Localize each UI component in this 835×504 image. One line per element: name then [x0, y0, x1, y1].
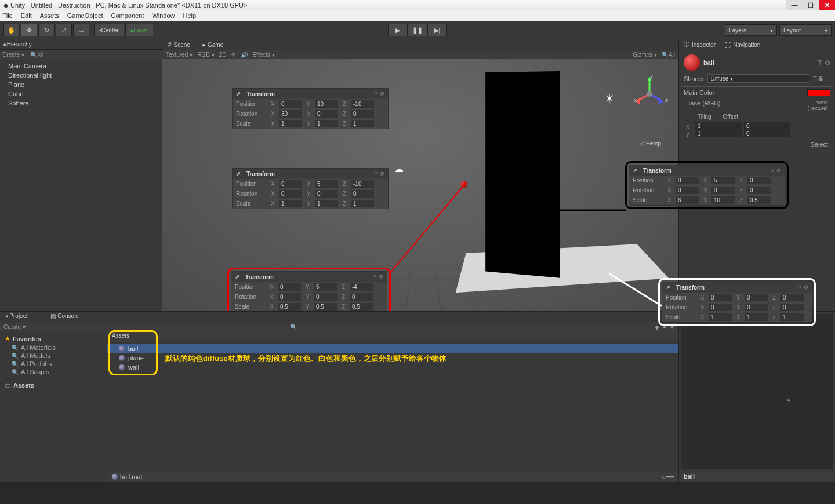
project-create-dropdown[interactable]: Create ▾	[3, 324, 26, 330]
game-tab[interactable]: ● Game	[196, 41, 229, 49]
gear-icon[interactable]: ⚙	[380, 171, 384, 177]
edit-button[interactable]: Edit…	[813, 75, 830, 82]
draw-mode-dropdown[interactable]: Textured ▾	[166, 52, 193, 58]
axis-y-label: y	[651, 73, 654, 79]
hierarchy-item[interactable]: Directional light	[0, 71, 162, 80]
hierarchy-item[interactable]: Plane	[0, 80, 162, 89]
help-icon[interactable]: ?	[375, 171, 377, 177]
window-title-bar: ◆ Unity - Untitled - Destruction - PC, M…	[0, 0, 835, 10]
step-button[interactable]: ▶|	[427, 24, 447, 36]
assets-folder[interactable]: 🗀Assets	[2, 381, 104, 390]
project-tab[interactable]: ▪ Project	[0, 312, 33, 322]
inspector-tab[interactable]: ⓘ Inspector	[679, 39, 720, 50]
favorite-item[interactable]: 🔍All Scripts	[2, 368, 104, 376]
lighting-toggle-icon[interactable]: ☀	[231, 52, 236, 58]
menu-component[interactable]: Component	[111, 12, 144, 19]
annotation-line-black	[551, 209, 626, 212]
folder-icon: 🗀	[5, 382, 11, 389]
tiling-header: Tiling	[698, 114, 711, 120]
2d-toggle[interactable]: 2D	[219, 52, 227, 58]
scene-search-input[interactable]: 🔍All	[662, 52, 675, 58]
hierarchy-create-dropdown[interactable]: Create ▾	[2, 52, 24, 58]
shader-dropdown[interactable]: Diffuse ▾	[707, 74, 809, 83]
favorite-item[interactable]: 🔍All Prefabs	[2, 360, 104, 368]
orientation-gizmo[interactable]	[632, 76, 667, 111]
hierarchy-item[interactable]: Cube	[0, 89, 162, 98]
asset-item[interactable]: ball	[107, 344, 678, 353]
menu-assets[interactable]: Assets	[40, 12, 59, 19]
favorites-header[interactable]: ★Favorites	[2, 334, 104, 344]
rect-tool-button[interactable]: ▭	[73, 24, 89, 36]
search-icon: 🔍	[12, 361, 19, 367]
axis-x-label: x	[634, 97, 637, 103]
gear-icon[interactable]: ⚙	[825, 59, 830, 67]
hierarchy-item[interactable]: Main Camera	[0, 61, 162, 71]
scene-tab[interactable]: # Scene	[162, 41, 196, 49]
offset-y-input[interactable]	[744, 130, 790, 137]
console-tab[interactable]: ▤ Console	[45, 312, 84, 322]
base-rgb-label: Base (RGB)	[686, 100, 720, 111]
hierarchy-item[interactable]: Sphere	[0, 98, 162, 108]
transform-overlay-cube-highlight: ⬈Transform?⚙ PositionX0Y5Z0 RotationX0Y0…	[625, 161, 789, 209]
minimize-button[interactable]: —	[786, 0, 803, 10]
search-icon: 🔍	[12, 369, 19, 375]
render-mode-dropdown[interactable]: RGB ▾	[197, 52, 214, 58]
asset-item[interactable]: wall	[107, 363, 678, 372]
pivot-center-toggle[interactable]: ▪ Center	[94, 24, 124, 36]
help-icon[interactable]: ?	[771, 167, 774, 173]
gizmos-dropdown[interactable]: Gizmos ▾	[633, 52, 657, 58]
favorite-item[interactable]: 🔍All Materials	[2, 344, 104, 352]
material-name: ball	[703, 59, 714, 66]
texture-slot[interactable]: None (Texture)	[807, 100, 828, 111]
help-icon[interactable]: ?	[373, 274, 376, 280]
navigation-tab[interactable]: ⛶ Navigation	[720, 39, 765, 50]
layout-dropdown[interactable]: Layout▾	[779, 24, 832, 36]
menu-gameobject[interactable]: GameObject	[67, 12, 103, 19]
menu-file[interactable]: File	[2, 12, 13, 19]
slider-handle[interactable]: ○━━	[662, 473, 674, 481]
hand-tool-button[interactable]: ✋	[3, 24, 20, 36]
material-icon	[119, 346, 125, 352]
main-color-swatch[interactable]	[807, 89, 830, 96]
scene-cube-object[interactable]	[485, 71, 560, 278]
audio-toggle-icon[interactable]: 🔊	[241, 52, 248, 58]
hierarchy-tab[interactable]: ≡ Hierarchy	[0, 39, 162, 50]
menu-help[interactable]: Help	[183, 12, 196, 19]
play-button[interactable]: ▶	[388, 24, 408, 36]
pause-button[interactable]: ❚❚	[408, 24, 427, 36]
assets-search-input[interactable]: 🔍	[290, 324, 297, 330]
layers-dropdown[interactable]: Layers▾	[725, 24, 777, 36]
scene-sphere-object[interactable]	[460, 181, 467, 188]
scene-viewport[interactable]: ☁ ☀ x y z ◁ Persp ⬈Transform?⚙ PositionX…	[162, 59, 678, 311]
tiling-y-input[interactable]	[695, 130, 742, 137]
gear-icon[interactable]: ⚙	[776, 167, 781, 173]
tiling-x-input[interactable]	[695, 122, 742, 130]
filter-icon[interactable]: ◆	[655, 324, 659, 330]
menu-window[interactable]: Window	[152, 12, 175, 19]
gear-icon[interactable]: ⚙	[380, 91, 384, 97]
material-icon	[119, 364, 125, 370]
rotate-tool-button[interactable]: ↻	[38, 24, 55, 36]
material-icon	[119, 355, 125, 361]
shader-label: Shader	[684, 75, 704, 82]
light-gizmo-icon[interactable]: ☁	[394, 163, 404, 174]
favorite-item[interactable]: 🔍All Models	[2, 352, 104, 360]
close-button[interactable]: ✕	[819, 0, 835, 10]
gear-icon[interactable]: ⚙	[804, 284, 808, 290]
maximize-button[interactable]: ☐	[803, 0, 819, 10]
offset-x-input[interactable]	[744, 122, 790, 130]
help-icon[interactable]: ?	[375, 91, 377, 97]
local-global-toggle[interactable]: ● Local	[125, 24, 153, 36]
effects-dropdown[interactable]: Effects ▾	[252, 52, 274, 58]
translate-tool-button[interactable]: ✥	[21, 24, 37, 36]
gear-icon[interactable]: ⚙	[379, 274, 383, 280]
help-icon[interactable]: ?	[818, 59, 821, 66]
transform-overlay-camera: ⬈Transform?⚙ PositionX0Y10Z-10 RotationX…	[232, 88, 389, 129]
texture-select-button[interactable]: Select	[681, 138, 833, 150]
menu-edit[interactable]: Edit	[21, 12, 32, 19]
hierarchy-search-input[interactable]: 🔍All	[30, 52, 43, 58]
help-icon[interactable]: ?	[798, 284, 801, 290]
scale-tool-button[interactable]: ⤢	[56, 24, 72, 36]
assets-breadcrumb[interactable]: Assets	[107, 331, 678, 342]
persp-label[interactable]: ◁ Persp	[640, 140, 661, 147]
